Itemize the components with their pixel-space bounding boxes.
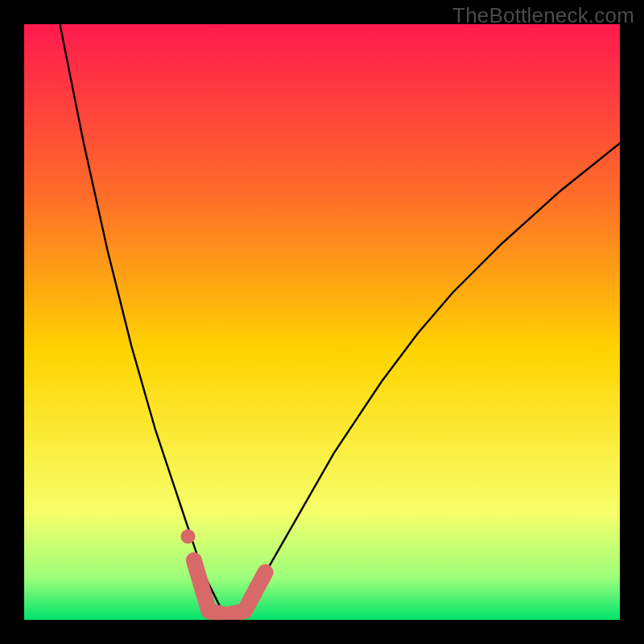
gradient-background — [24, 24, 620, 620]
chart-svg — [24, 24, 620, 620]
plot-area — [24, 24, 620, 620]
isolated-marker-dot — [181, 529, 196, 543]
outer-frame: TheBottleneck.com — [0, 0, 644, 644]
